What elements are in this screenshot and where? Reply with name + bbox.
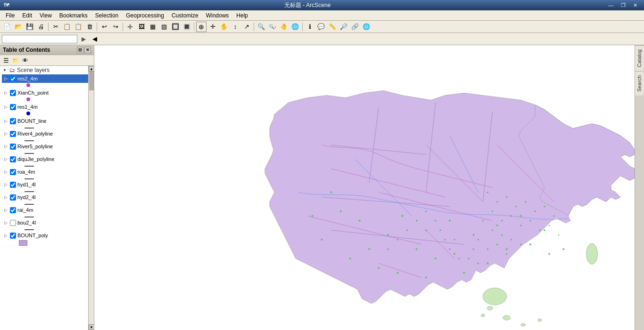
find-button[interactable]: 🔎 [339,22,349,32]
layer-row-xianych-point[interactable]: ▷ XianCh_point [2,89,88,97]
layer-row-rai[interactable]: ▷ rai_4m [2,206,88,214]
scroll-up-button[interactable]: ▲ [89,66,94,72]
catalog-tab[interactable]: Catalog [635,45,644,71]
layer-check-hyd1[interactable] [10,182,16,188]
zoom-out-button[interactable]: 🔍- [267,22,278,32]
toc-float-button[interactable]: ⊟ [77,47,83,53]
menu-help[interactable]: Help [232,11,252,20]
close-button[interactable]: ✕ [630,2,640,8]
html-button[interactable]: 🌐 [361,22,372,32]
toc-scrollbar[interactable]: ▲ ▼ [88,66,94,330]
frame-button[interactable]: ▦ [148,22,158,32]
svg-point-77 [406,229,408,231]
layer-row-bount-poly[interactable]: ▷ BOUNT_poly [2,231,88,240]
minimize-button[interactable]: — [605,2,616,8]
layer-row-diqujie[interactable]: ▷ diquJie_polyline [2,155,88,163]
search-tab[interactable]: Search [635,71,644,96]
zoom-in-button[interactable]: 🔍 [256,22,266,32]
layer-row-res2-4m[interactable]: ▷ res2_4m [2,74,88,83]
zoom3d-button[interactable]: ↕ [230,22,240,32]
svg-point-53 [529,220,531,221]
layer-expand-bount-poly: ▷ [3,233,8,238]
north-arrow-button[interactable]: 🔲 [170,22,181,32]
menu-windows[interactable]: Windows [202,11,233,20]
layer-check-river4[interactable] [10,131,16,137]
toc-list-by-visibility[interactable]: 👁 [21,56,29,64]
scroll-track [89,72,94,324]
toc-list-by-source[interactable]: 📁 [11,56,20,64]
measure-button[interactable]: 📏 [327,22,338,32]
pan2-button[interactable]: 🤚 [279,22,289,32]
scroll-down-button[interactable]: ▼ [89,324,94,330]
layer-row-hyd2[interactable]: ▷ hyd2_4l [2,193,88,201]
layer-sym-hyd1 [2,189,88,193]
layer-name-bount-line: BOUNT_line [17,118,47,124]
layer-name-hyd1: hyd1_4l [17,182,36,187]
toc-close-button[interactable]: ✕ [84,47,91,53]
scroll-thumb[interactable] [89,72,94,90]
menu-selection[interactable]: Selection [91,11,122,20]
layer-name-hyd2: hyd2_4l [17,194,36,200]
copy-button[interactable]: 📋 [62,22,72,32]
menu-file[interactable]: File [2,11,18,20]
map-area[interactable] [94,45,635,330]
layer-check-res1[interactable] [10,104,16,110]
tilt-button[interactable]: ↗ [241,22,252,32]
new-button[interactable]: 📄 [2,22,12,32]
cut-button[interactable]: ✂ [50,22,61,32]
hyperlink-button[interactable]: 🔗 [350,22,360,32]
svg-point-69 [454,239,455,241]
layer-check-bount-line[interactable] [10,118,16,124]
undo-button[interactable]: ↩ [99,22,109,32]
menu-bookmarks[interactable]: Bookmarks [56,11,91,20]
layer-check-roa[interactable] [10,169,16,175]
open-button[interactable]: 📂 [13,22,24,32]
image-button[interactable]: 🖼 [136,22,147,32]
zoom-move-button[interactable]: ✛ [207,22,218,32]
toolbar2-back[interactable]: ◀ [90,34,100,44]
redo-button[interactable]: ↪ [110,22,121,32]
layer-check-xianych[interactable] [10,90,16,96]
layer-row-river4[interactable]: ▷ River4_polyline [2,129,88,138]
layer-row-river5[interactable]: ▷ River5_polyline [2,142,88,151]
toc-header-title: Table of Contents [3,47,50,53]
layer-row-bou2[interactable]: ▷ bou2_4l [2,218,88,227]
layer-row-bount-line[interactable]: ▷ BOUNT_line [2,117,88,125]
layer-check-rai[interactable] [10,207,16,213]
toc-list-by-drawing-order[interactable]: ☰ [2,56,10,64]
layer-row-roa[interactable]: ▷ roa_4m [2,168,88,176]
menu-geoprocessing[interactable]: Geoprocessing [122,11,168,20]
fullextent-button[interactable]: 🌐 [290,22,300,32]
paste-button[interactable]: 📋 [73,22,83,32]
delete-button[interactable]: 🗑 [84,22,95,32]
layer-name-bou2: bou2_4l [17,220,36,225]
layer-check-hyd2[interactable] [10,194,16,201]
search-input[interactable] [2,35,77,43]
print-button[interactable]: 🖨 [36,22,46,32]
layer-check-river5[interactable] [10,144,16,150]
search-go-button[interactable]: ▶ [78,34,89,44]
layer-row-hyd1[interactable]: ▷ hyd1_4l [2,180,88,189]
scene-layers-group[interactable]: ▼ 🗂 Scene layers [0,66,88,74]
menu-view[interactable]: View [36,11,56,20]
maptips-button[interactable]: 💬 [316,22,326,32]
layer-check-res2-4m[interactable] [10,76,16,82]
svg-point-42 [496,201,498,202]
layer-check-bou2[interactable] [10,220,16,226]
grid-button[interactable]: ▨ [159,22,169,32]
scalebar-button[interactable]: 🔳 [182,22,192,32]
menu-customize[interactable]: Customize [168,11,202,20]
layer-check-diqujie[interactable] [10,156,16,162]
layer-river4: ▷ River4_polyline [0,129,88,142]
layer-row-res1-4m[interactable]: ▷ res1_4m [2,103,88,111]
menu-edit[interactable]: Edit [18,11,36,20]
add-data-button[interactable]: ✛ [125,22,135,32]
navigate-button[interactable]: ⊕ [196,22,206,32]
save-button[interactable]: 💾 [25,22,35,32]
layer-sym-xianych [2,97,88,103]
layer-check-bount-poly[interactable] [10,233,16,239]
identify-button[interactable]: ℹ [305,22,315,32]
svg-point-16 [449,220,451,222]
pan-button[interactable]: ✋ [219,22,229,32]
maximize-button[interactable]: ❐ [618,2,628,8]
